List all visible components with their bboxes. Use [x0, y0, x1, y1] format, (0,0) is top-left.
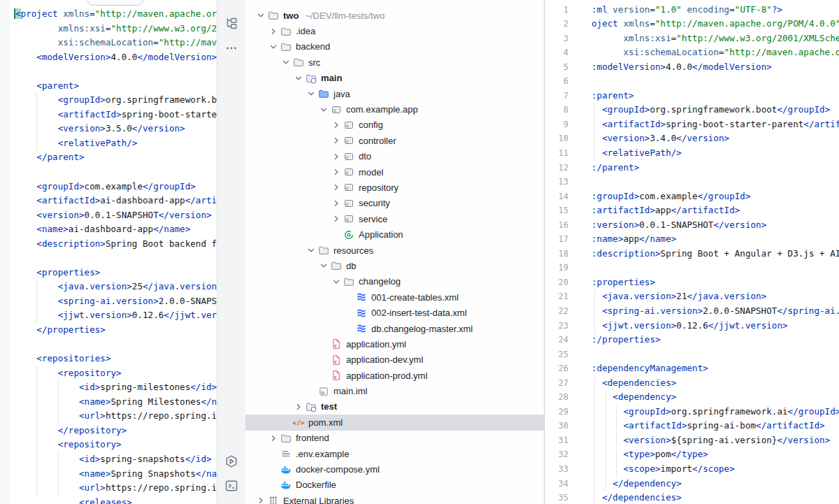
chevron-right-icon[interactable]	[329, 166, 343, 178]
code-line[interactable]: 20:properties>	[545, 275, 839, 290]
code-line[interactable]: 15:artifactId>app</artifactId>	[545, 203, 839, 218]
tree-row-dto[interactable]: dto	[245, 149, 544, 164]
code-line[interactable]	[15, 251, 217, 266]
right-editor-pane[interactable]: 1:ml version="1.0" encoding="UTF-8"?>2oj…	[544, 0, 839, 504]
code-line[interactable]: 23<jjwt.version>0.12.6</jjwt.version>	[545, 319, 839, 333]
code-line[interactable]: 30<artifactId>spring-ai-bom</artifactId>	[545, 419, 839, 433]
code-line[interactable]: 11<relativePath/>	[545, 146, 839, 161]
code-line[interactable]: <name>Spring Milestones</na	[15, 395, 217, 410]
tree-row-changelog[interactable]: changelog	[245, 274, 544, 289]
code-line[interactable]: <url>https://repo.spring.io	[15, 409, 217, 424]
code-line[interactable]: 18:description>Spring Boot + Angular + D…	[545, 247, 839, 261]
chevron-right-icon[interactable]	[329, 135, 343, 146]
chevron-down-icon[interactable]	[304, 245, 318, 256]
chevron-right-icon[interactable]	[329, 120, 343, 131]
code-line[interactable]: 17:name>app</name>	[545, 232, 839, 247]
code-line[interactable]: 35</dependencies>	[545, 491, 839, 504]
code-line[interactable]: 4xsi:schemaLocation="http://maven.apache…	[545, 45, 839, 60]
code-line[interactable]: <parent>	[15, 79, 217, 94]
code-line[interactable]: xmlns:xsi="http://www.w3.org/2	[15, 22, 217, 36]
code-line[interactable]: 19	[545, 261, 839, 275]
code-line[interactable]: <jjwt.version>0.12.6</jjwt.vers	[15, 308, 217, 323]
tree-row-application-prod-yml[interactable]: application-prod.yml	[245, 368, 544, 383]
code-line[interactable]: <spring-ai.version>2.0.0-SNAPSH	[15, 294, 217, 309]
tree-row-backend[interactable]: backend	[245, 39, 544, 55]
code-line[interactable]: 31<version>${spring-ai.version}</version…	[545, 433, 839, 448]
tree-row-java[interactable]: java	[245, 86, 544, 101]
project-tool-icon[interactable]	[224, 16, 238, 30]
tree-row-pom-xml[interactable]: </>pom.xml	[245, 415, 544, 430]
code-line[interactable]: <description>Spring Boot backend fo	[15, 237, 217, 252]
code-line[interactable]: 26:dependencyManagement>	[545, 361, 839, 376]
chevron-right-icon[interactable]	[292, 401, 306, 412]
code-line[interactable]: 8<groupId>org.springframework.boot</grou…	[545, 103, 839, 117]
tree-row-controller[interactable]: controller	[245, 133, 544, 148]
tree-row-db-changelog-master-xml[interactable]: db.changelog-master.xml	[245, 321, 544, 336]
chevron-right-icon[interactable]	[266, 26, 280, 37]
chevron-down-icon[interactable]	[317, 104, 331, 115]
tree-row-db[interactable]: db	[245, 258, 544, 273]
tree-row-resources[interactable]: resources	[245, 243, 544, 258]
code-line[interactable]	[15, 338, 217, 352]
code-line[interactable]: <groupId>org.springframework.bo	[15, 93, 217, 108]
code-line[interactable]: <artifactId>spring-boot-starter	[15, 108, 217, 122]
code-line[interactable]: <repositories>	[15, 352, 217, 366]
tree-row-service[interactable]: service	[245, 211, 544, 226]
terminal-tool-icon[interactable]	[224, 479, 238, 493]
chevron-right-icon[interactable]	[329, 198, 343, 209]
code-line[interactable]: 21<java.version>21</java.version>	[545, 289, 839, 304]
code-line[interactable]: <project xmlns="http://maven.apache.org	[15, 7, 217, 22]
project-tree-panel[interactable]: two~/DEV/llm-tests/two.ideabackendsrcmai…	[245, 0, 544, 504]
tree-row-security[interactable]: security	[245, 196, 544, 211]
code-line[interactable]: <java.version>25</java.version>	[15, 280, 217, 294]
services-tool-icon[interactable]	[224, 454, 238, 468]
tree-row-src[interactable]: src	[245, 55, 544, 70]
more-icon[interactable]	[224, 41, 238, 55]
left-editor-pane[interactable]: <project xmlns="http://maven.apache.orgx…	[0, 0, 217, 504]
code-line[interactable]: 7:parent>	[545, 89, 839, 103]
code-line[interactable]: <artifactId>ai-dashboard-app</artif	[15, 194, 217, 208]
code-line[interactable]: <version>0.0.1-SNAPSHOT</version>	[15, 208, 217, 223]
code-line[interactable]: <name>ai-dashboard-app</name>	[15, 222, 217, 237]
chevron-down-icon[interactable]	[279, 57, 293, 68]
code-line[interactable]: <repository>	[15, 366, 217, 381]
chevron-down-icon[interactable]	[329, 276, 343, 287]
code-line[interactable]: 6	[545, 74, 839, 89]
code-line[interactable]: <url>https://repo.spring.io	[15, 481, 217, 496]
code-line[interactable]	[15, 64, 217, 79]
code-line[interactable]: 13	[545, 175, 839, 189]
code-line[interactable]: 24:/properties>	[545, 333, 839, 347]
code-line[interactable]: <repository>	[15, 438, 217, 452]
right-editor-code[interactable]: 1:ml version="1.0" encoding="UTF-8"?>2oj…	[545, 3, 839, 504]
tree-row-two[interactable]: two~/DEV/llm-tests/two	[245, 8, 544, 23]
left-editor-code[interactable]: <project xmlns="http://maven.apache.orgx…	[15, 7, 217, 504]
tree-row-application[interactable]: Application	[245, 226, 544, 242]
tree-row-dockerfile[interactable]: Dockerfile	[245, 477, 544, 493]
chevron-down-icon[interactable]	[317, 260, 331, 271]
code-line[interactable]: <modelVersion>4.0.0</modelVersion>	[15, 50, 217, 65]
code-line[interactable]: 5:modelVersion>4.0.0</modelVersion>	[545, 60, 839, 75]
code-line[interactable]: </repository>	[15, 424, 217, 438]
chevron-right-icon[interactable]	[329, 151, 343, 162]
code-line[interactable]: <properties>	[15, 266, 217, 280]
tree-row--idea[interactable]: .idea	[245, 23, 544, 38]
code-line[interactable]: <relativePath/>	[15, 136, 217, 151]
tree-row-main-iml[interactable]: main.iml	[245, 383, 544, 398]
tree-row-main[interactable]: main	[245, 71, 544, 86]
chevron-down-icon[interactable]	[266, 41, 280, 52]
tree-row-com-example-app[interactable]: com.example.app	[245, 101, 544, 117]
tree-row-frontend[interactable]: frontend	[245, 431, 544, 446]
code-line[interactable]: <releases>	[15, 496, 217, 504]
tree-row-001-create-tables-xml[interactable]: 001-create-tables.xml	[245, 289, 544, 305]
code-line[interactable]: 22<spring-ai.version>2.0.0-SNAPSHOT</spr…	[545, 304, 839, 319]
code-line[interactable]: 16:version>0.0.1-SNAPSHOT</version>	[545, 218, 839, 233]
tree-row-application-yml[interactable]: application.yml	[245, 336, 544, 352]
chevron-down-icon[interactable]	[304, 88, 318, 99]
code-line[interactable]: 32<type>pom</type>	[545, 447, 839, 462]
chevron-down-icon[interactable]	[292, 73, 306, 84]
code-line[interactable]: 34</dependency>	[545, 477, 839, 491]
code-line[interactable]: <version>3.5.0</version>	[15, 122, 217, 136]
code-line[interactable]: 28<dependency>	[545, 390, 839, 405]
code-line[interactable]: 25	[545, 347, 839, 362]
chevron-right-icon[interactable]	[266, 433, 280, 444]
